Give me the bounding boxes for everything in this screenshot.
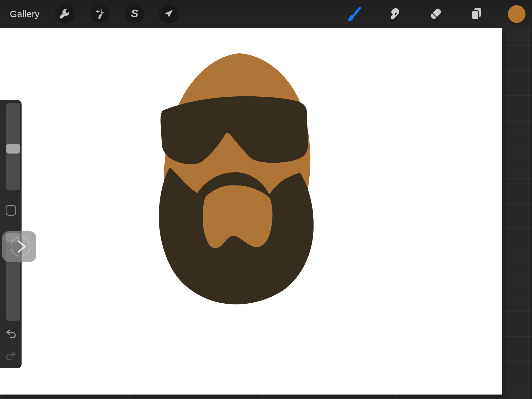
erase-button[interactable] <box>426 4 445 24</box>
redo-button[interactable] <box>5 350 17 362</box>
top-toolbar: Gallery S <box>0 0 532 28</box>
sidebar-expand-handle[interactable] <box>2 231 36 262</box>
color-swatch <box>508 5 526 23</box>
redo-icon <box>5 350 17 362</box>
adjustments-button[interactable] <box>90 4 110 24</box>
paint-button[interactable] <box>344 4 364 24</box>
drawing-canvas[interactable] <box>0 28 502 395</box>
eraser-icon <box>428 6 443 22</box>
procreate-app: Gallery S <box>0 0 532 399</box>
modify-button[interactable] <box>6 205 16 216</box>
undo-button[interactable] <box>5 328 17 340</box>
paintbrush-icon <box>346 6 362 22</box>
magic-wand-icon <box>94 8 106 20</box>
transform-button[interactable] <box>159 4 178 24</box>
actions-button[interactable] <box>55 4 74 24</box>
selection-s-icon: S <box>131 7 138 20</box>
wrench-icon <box>59 8 70 20</box>
layers-icon <box>469 6 484 22</box>
color-button[interactable] <box>507 4 527 24</box>
smudge-button[interactable] <box>384 4 404 24</box>
undo-icon <box>5 328 17 340</box>
brush-size-handle[interactable] <box>6 144 20 154</box>
chevron-right-icon <box>2 231 36 262</box>
transform-arrow-icon <box>163 8 174 20</box>
selection-button[interactable]: S <box>125 4 144 24</box>
layers-button[interactable] <box>467 4 486 24</box>
smudge-hand-icon <box>387 6 402 22</box>
artwork-face <box>0 28 502 395</box>
gallery-button[interactable]: Gallery <box>10 0 39 28</box>
